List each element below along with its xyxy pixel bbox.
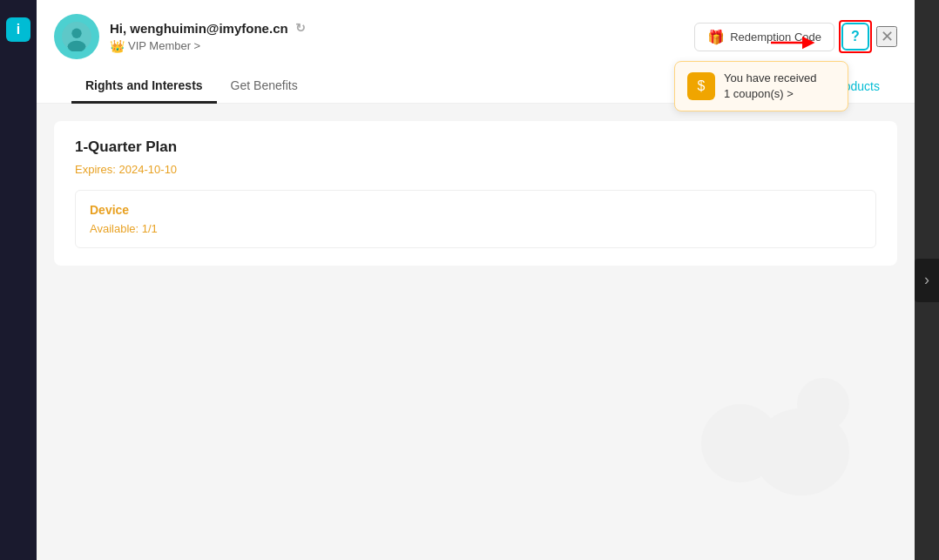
vip-label: VIP Member > <box>128 39 200 52</box>
tab-get-benefits[interactable]: Get Benefits <box>217 70 312 104</box>
tab-rights-and-interests[interactable]: Rights and Interests <box>71 70 217 104</box>
expires-label: Expires: <box>75 163 116 176</box>
device-available: Available: 1/1 <box>90 222 861 235</box>
left-sidebar: i <box>0 0 37 560</box>
help-question-mark: ? <box>851 29 860 44</box>
plan-expires: Expires: 2024-10-10 <box>75 163 876 176</box>
sidebar-logo: i <box>6 17 30 42</box>
user-greeting: Hi, wenghuimin@imyfone.cn ↻ <box>110 21 306 36</box>
modal-body: 1-Quarter Plan Expires: 2024-10-10 Devic… <box>37 104 915 560</box>
avatar <box>54 14 99 59</box>
help-button-wrapper: ? <box>841 23 869 51</box>
coupon-icon: $ <box>687 72 715 100</box>
svg-point-6 <box>797 378 849 430</box>
header-top: Hi, wenghuimin@imyfone.cn ↻ 👑 VIP Member… <box>54 14 897 59</box>
svg-point-1 <box>71 29 81 38</box>
refresh-icon[interactable]: ↻ <box>295 21 306 35</box>
gift-icon: 🎁 <box>707 29 725 45</box>
close-icon: ✕ <box>881 27 894 46</box>
user-info: Hi, wenghuimin@imyfone.cn ↻ 👑 VIP Member… <box>54 14 306 59</box>
greeting-text: Hi, wenghuimin@imyfone.cn <box>110 21 288 36</box>
close-button[interactable]: ✕ <box>876 26 897 47</box>
watermark <box>688 330 862 508</box>
user-details: Hi, wenghuimin@imyfone.cn ↻ 👑 VIP Member… <box>110 21 306 53</box>
dollar-icon: $ <box>698 78 706 94</box>
modal-header: Hi, wenghuimin@imyfone.cn ↻ 👑 VIP Member… <box>37 0 915 104</box>
available-label: Available: <box>90 222 138 235</box>
device-section: Device Available: 1/1 <box>75 190 876 248</box>
vip-badge[interactable]: 👑 VIP Member > <box>110 39 306 53</box>
right-nav-arrow[interactable]: › <box>915 259 939 302</box>
crown-icon: 👑 <box>110 39 125 53</box>
plan-card: 1-Quarter Plan Expires: 2024-10-10 Devic… <box>54 121 897 266</box>
device-label: Device <box>90 203 861 217</box>
red-arrow-annotation <box>767 30 819 59</box>
coupon-tooltip[interactable]: $ You have received1 coupon(s) > <box>674 61 848 111</box>
available-value: 1/1 <box>142 222 158 235</box>
help-button[interactable]: ? <box>841 23 869 51</box>
header-actions: 🎁 Redemption Code ? <box>694 23 897 51</box>
coupon-text: You have received1 coupon(s) > <box>724 71 817 102</box>
modal-dialog: Hi, wenghuimin@imyfone.cn ↻ 👑 VIP Member… <box>37 0 915 560</box>
plan-title: 1-Quarter Plan <box>75 138 876 156</box>
expires-date: 2024-10-10 <box>119 163 178 176</box>
